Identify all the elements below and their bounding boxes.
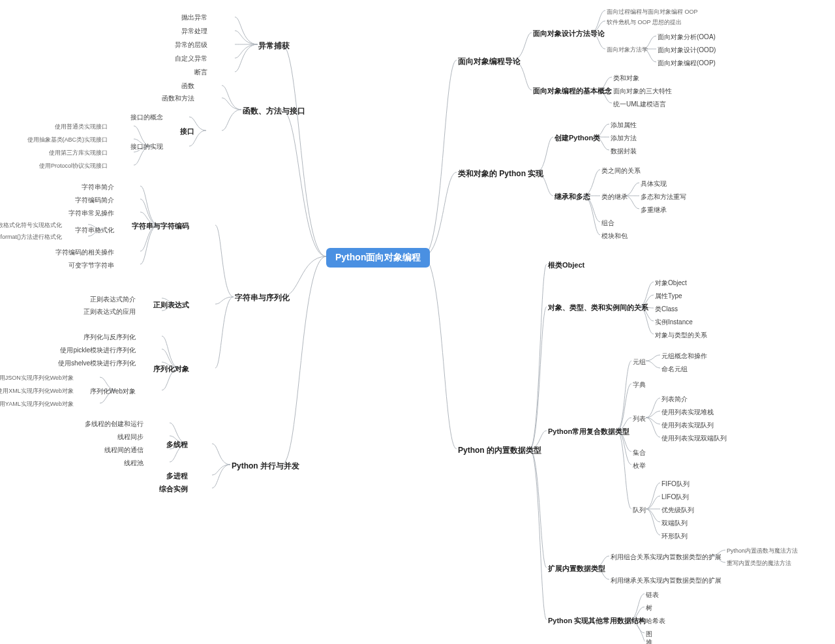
- node-leaf[interactable]: 面向过程编程与面向对象编程 OOP: [607, 8, 698, 16]
- node-leaf[interactable]: 使用抽象基类(ABC类)实现接口: [27, 136, 108, 144]
- node-leaf[interactable]: 类和对象: [613, 74, 639, 83]
- node-leaf[interactable]: 双端队列: [661, 519, 688, 528]
- node-common[interactable]: Python常用复合数据类型: [548, 427, 630, 437]
- node-example[interactable]: 综合实例: [159, 484, 188, 494]
- node-leaf[interactable]: 字符编码简介: [75, 196, 114, 205]
- node-leaf[interactable]: 异常的层级: [175, 40, 207, 50]
- node-concurrent[interactable]: Python 并行与并发: [232, 461, 299, 472]
- node-leaf[interactable]: 使用YAML实现序列化Web对象: [0, 400, 74, 408]
- node-leaf[interactable]: 断言: [194, 68, 207, 77]
- node-exception[interactable]: 异常捕获: [258, 40, 290, 52]
- node-leaf[interactable]: 使用Print函数格式化符号实现格式化: [0, 221, 62, 230]
- node-leaf[interactable]: 属性Type: [655, 292, 682, 301]
- node-leaf[interactable]: 抛出异常: [181, 13, 207, 22]
- node-leaf[interactable]: 列表: [633, 414, 646, 423]
- node-leaf[interactable]: 添加属性: [611, 121, 637, 130]
- node-leaf[interactable]: 元组概念和操作: [661, 352, 707, 361]
- node-oop-intro[interactable]: 面向对象编程导论: [458, 56, 521, 67]
- node-leaf[interactable]: 多态和方法重写: [641, 192, 686, 202]
- node-leaf[interactable]: 堆: [646, 638, 652, 644]
- node-leaf[interactable]: 多重继承: [641, 206, 667, 215]
- node-leaf[interactable]: 对象与类型的关系: [655, 331, 707, 340]
- node-leaf[interactable]: 正则表达式的应用: [84, 307, 136, 316]
- node-leaf[interactable]: 函数: [181, 82, 194, 91]
- node-serialize[interactable]: 序列化对象: [153, 364, 189, 374]
- node-leaf[interactable]: FIFO队列: [661, 480, 690, 489]
- node-leaf[interactable]: 元组: [633, 358, 646, 367]
- node-leaf[interactable]: 字符编码的相关操作: [55, 248, 114, 257]
- node-leaf[interactable]: 函数和方法: [162, 94, 194, 103]
- node-leaf[interactable]: 模块和包: [601, 232, 628, 241]
- node-leaf[interactable]: 字典: [633, 380, 646, 390]
- node-class-impl[interactable]: 类和对象的 Python 实现: [458, 168, 543, 179]
- node-leaf[interactable]: 命名元组: [661, 365, 688, 374]
- node-leaf[interactable]: 使用XML实现序列化Web对象: [0, 387, 74, 395]
- node-extend[interactable]: 扩展内置数据类型: [548, 564, 605, 574]
- node-leaf[interactable]: 可变字节字符串: [68, 261, 114, 270]
- node-leaf[interactable]: 链表: [646, 590, 659, 600]
- node-leaf[interactable]: 统一UML建模语言: [613, 100, 666, 109]
- node-leaf[interactable]: 使用pickle模块进行序列化: [60, 346, 136, 355]
- node-leaf[interactable]: 线程同步: [117, 433, 144, 442]
- node-leaf[interactable]: 环形队列: [661, 532, 688, 541]
- node-leaf[interactable]: 使用JSON实现序列化Web对象: [0, 374, 74, 382]
- node-leaf[interactable]: Python内置函数与魔法方法: [727, 547, 798, 555]
- node-leaf[interactable]: 数据封装: [611, 147, 637, 156]
- node-leaf[interactable]: 优先级队列: [661, 506, 694, 515]
- node-create-class[interactable]: 创建Python类: [554, 133, 600, 143]
- node-other-ds[interactable]: Python 实现其他常用数据结构: [548, 616, 646, 626]
- node-leaf[interactable]: 字符串格式化: [75, 226, 114, 235]
- node-leaf[interactable]: 自定义异常: [175, 54, 207, 63]
- node-design-intro[interactable]: 面向对象设计方法导论: [533, 29, 605, 38]
- node-leaf[interactable]: 枚举: [633, 461, 646, 470]
- node-leaf[interactable]: 字符串简介: [82, 183, 114, 192]
- node-leaf[interactable]: 哈希表: [646, 617, 665, 626]
- node-obj-rel[interactable]: 对象、类型、类和实例间的关系: [548, 303, 648, 313]
- node-inherit[interactable]: 继承和多态: [554, 192, 590, 202]
- node-regex[interactable]: 正则表达式: [153, 300, 189, 310]
- node-leaf[interactable]: 利用继承关系实现内置数据类型的扩展: [611, 576, 721, 585]
- node-leaf[interactable]: 字符串常见操作: [68, 209, 114, 218]
- node-leaf[interactable]: 面向对象方法学: [607, 46, 648, 54]
- node-leaf[interactable]: 面向对象编程(OOP): [658, 59, 716, 68]
- root-node[interactable]: Python面向对象编程: [326, 248, 430, 268]
- node-leaf[interactable]: 面向对象分析(OOA): [658, 33, 716, 42]
- node-leaf[interactable]: 队列: [633, 506, 646, 515]
- node-leaf[interactable]: 图: [646, 630, 652, 639]
- node-leaf[interactable]: 面向对象的三大特性: [613, 87, 672, 96]
- node-builtin[interactable]: Python 的内置数据类型: [458, 445, 541, 456]
- node-leaf[interactable]: 多线程的创建和运行: [85, 420, 144, 429]
- node-leaf[interactable]: 使用列表实现双端队列: [661, 434, 727, 443]
- node-leaf[interactable]: 线程间的通信: [104, 446, 144, 455]
- node-leaf[interactable]: 树: [646, 604, 652, 613]
- node-leaf[interactable]: 实例Instance: [655, 318, 693, 327]
- node-leaf[interactable]: 软件危机与 OOP 思想的提出: [607, 18, 682, 27]
- node-string-serial[interactable]: 字符串与序列化: [235, 292, 290, 303]
- node-multiprocess[interactable]: 多进程: [166, 471, 188, 481]
- node-leaf[interactable]: 类的继承: [601, 192, 628, 202]
- node-leaf[interactable]: 正则表达式简介: [90, 295, 136, 304]
- node-leaf[interactable]: 接口的实现: [130, 142, 163, 151]
- node-leaf[interactable]: 重写内置类型的魔法方法: [727, 559, 791, 568]
- node-root-object[interactable]: 根类Object: [548, 260, 584, 270]
- node-leaf[interactable]: 序列化与反序列化: [84, 333, 136, 342]
- node-leaf[interactable]: 类之间的关系: [601, 166, 641, 176]
- node-string-enc[interactable]: 字符串与字符编码: [132, 221, 189, 231]
- node-leaf[interactable]: 使用普通类实现接口: [55, 123, 108, 131]
- node-leaf[interactable]: 接口的概念: [130, 113, 163, 122]
- node-leaf[interactable]: 使用第三方库实现接口: [49, 149, 108, 157]
- node-leaf[interactable]: 使用列表实现队列: [661, 421, 714, 430]
- node-leaf[interactable]: 使用format()方法进行格式化: [0, 233, 62, 241]
- node-basic-concept[interactable]: 面向对象编程的基本概念: [533, 86, 612, 96]
- node-leaf[interactable]: 对象Object: [655, 279, 687, 288]
- node-func[interactable]: 函数、方法与接口: [243, 106, 305, 117]
- node-leaf[interactable]: 异常处理: [181, 27, 207, 36]
- node-leaf[interactable]: 使用Protocol协议实现接口: [39, 162, 108, 170]
- node-interface[interactable]: 接口: [180, 127, 194, 136]
- node-leaf[interactable]: 添加方法: [611, 134, 637, 143]
- node-leaf[interactable]: LIFO队列: [661, 493, 689, 502]
- node-leaf[interactable]: 具体实现: [641, 179, 667, 189]
- node-leaf[interactable]: 利用组合关系实现内置数据类型的扩展: [611, 553, 721, 562]
- node-leaf[interactable]: 线程池: [124, 459, 144, 468]
- node-leaf[interactable]: 组合: [601, 219, 615, 228]
